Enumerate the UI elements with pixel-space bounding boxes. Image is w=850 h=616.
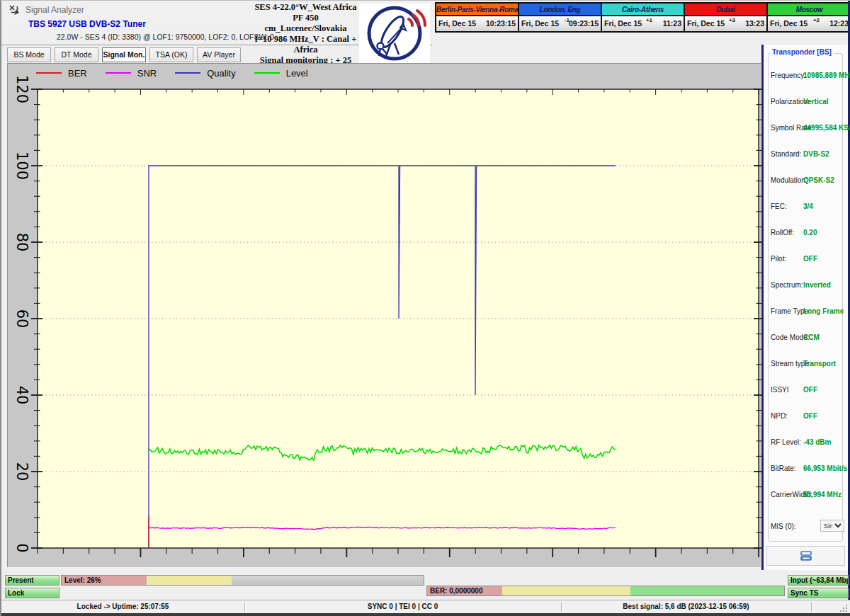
stream-capture-button[interactable] bbox=[766, 546, 845, 566]
bar-segment bbox=[630, 586, 784, 595]
svg-text:20: 20 bbox=[13, 462, 30, 481]
clock-city-label: Cairo-Athens bbox=[602, 4, 684, 16]
legend-line-swatch bbox=[175, 72, 200, 74]
tp-value: DVB-S2 bbox=[803, 150, 829, 158]
tp-value: 66,953 Mbit/s bbox=[803, 464, 847, 472]
tp-label-npd-: NPD: bbox=[771, 412, 788, 420]
resize-grip[interactable] bbox=[840, 605, 847, 612]
tp-label-spectrum-: Spectrum: bbox=[771, 281, 803, 289]
clock-city-label: Moscow bbox=[768, 4, 850, 16]
uptime-status: Locked -> Uptime: 25:07:55 bbox=[1, 603, 244, 610]
tuner-details: 22.0W - SES 4 (ID: 3380) @ LOF1: 9750000… bbox=[57, 33, 274, 41]
svg-text:80: 80 bbox=[13, 233, 30, 252]
note-line: SES 4-22.0°W_West Africa bbox=[251, 2, 361, 13]
clock-date: Fri, Dec 15 bbox=[687, 19, 725, 28]
signal-analyzer-window: Signal Analyzer TBS 5927 USB DVB-S2 Tune… bbox=[0, 0, 850, 616]
tab-dt-mode[interactable]: DT Mode bbox=[55, 47, 98, 62]
legend-line-swatch bbox=[254, 72, 280, 74]
statusbar-divider bbox=[811, 602, 812, 612]
tp-value: 10985,889 MHz bbox=[803, 72, 850, 79]
tp-label-standard-: Standard: bbox=[771, 150, 801, 158]
tp-label-frequency-: Frequency: bbox=[771, 72, 806, 79]
clock-time: 09:23:15 bbox=[569, 19, 599, 28]
tp-value: OFF bbox=[803, 255, 817, 263]
svg-text:0: 0 bbox=[13, 543, 30, 552]
clock-cairo-athens: Cairo-AthensFri, Dec 15+111:23 bbox=[602, 4, 685, 31]
legend-label: Quality bbox=[207, 68, 235, 79]
clock-utc-offset: +3 bbox=[729, 17, 735, 23]
mis-select[interactable]: Single bbox=[820, 520, 844, 532]
tab-av-player[interactable]: AV Player bbox=[197, 47, 241, 62]
world-clocks: Berlin-Paris-Vienna-RomaFri, Dec 1510:23… bbox=[435, 2, 850, 33]
tp-value: OFF bbox=[803, 412, 817, 420]
tp-label-rolloff-: RollOff: bbox=[771, 229, 794, 236]
status-bar: Locked -> Uptime: 25:07:55 SYNC 0 | TEI … bbox=[1, 600, 850, 613]
ber-bar-label: BER: 0,0000000 bbox=[430, 587, 483, 595]
clock-time-row: Fri, Dec 15+111:23 bbox=[602, 16, 684, 31]
tp-label-fec-: FEC: bbox=[771, 203, 787, 210]
clock-date: Fri, Dec 15 bbox=[438, 19, 476, 28]
tp-value: 0.20 bbox=[803, 229, 817, 236]
lock-badge: Lock bbox=[5, 588, 60, 598]
level-bar: Level: 26% bbox=[61, 575, 424, 586]
clock-city-label: Berlin-Paris-Vienna-Roma bbox=[436, 4, 518, 16]
clock-london-eng: London, EngFri, Dec 15-109:23:15 bbox=[519, 4, 602, 31]
signal-chart: 020406080100120 bbox=[8, 64, 761, 568]
app-icon bbox=[8, 4, 20, 16]
level-bar-label: Level: 26% bbox=[64, 576, 101, 584]
tp-label-bitrate-: BitRate: bbox=[771, 464, 796, 472]
svg-text:40: 40 bbox=[13, 386, 30, 405]
clock-time: 13:23 bbox=[745, 19, 764, 28]
transponder-sidebar: Transponder [BS] Frequency:10985,889 MHz… bbox=[764, 45, 848, 570]
transponder-title: Transponder [BS] bbox=[770, 48, 834, 56]
tp-value: CCM bbox=[803, 333, 820, 341]
tp-value: Inverted bbox=[803, 281, 831, 289]
clock-city-label: Dubai bbox=[685, 4, 766, 16]
clock-time: 11:23 bbox=[663, 19, 681, 28]
svg-text:60: 60 bbox=[13, 309, 30, 329]
best-signal-status: Best signal: 5,6 dB (2023-12-15 06:59) bbox=[561, 603, 811, 610]
clock-time-row: Fri, Dec 1510:23:15 bbox=[436, 16, 518, 31]
tab-tsa-ok-[interactable]: TSA (OK) bbox=[149, 47, 193, 62]
mode-tabs: BS ModeDT ModeSignal Mon.TSA (OK)AV Play… bbox=[7, 47, 241, 62]
tp-value: -43 dBm bbox=[803, 438, 831, 446]
mis-label: MIS (0): bbox=[771, 523, 796, 530]
sync-status: SYNC 0 | TEI 0 | CC 0 bbox=[244, 603, 561, 610]
clock-time-row: Fri, Dec 15+212:23 bbox=[768, 16, 850, 31]
legend-label: SNR bbox=[137, 68, 157, 79]
tp-value: 53,994 MHz bbox=[803, 491, 842, 498]
clock-berlin-paris-vienna-roma: Berlin-Paris-Vienna-RomaFri, Dec 1510:23… bbox=[436, 4, 519, 31]
clock-date: Fri, Dec 15 bbox=[770, 19, 808, 28]
tp-label-rf-level-: RF Level: bbox=[771, 438, 801, 446]
tp-value: 3/4 bbox=[803, 203, 813, 210]
tp-label-issyi: ISSYI bbox=[771, 386, 789, 394]
input-badge: Input (~63,84 Mbps) bbox=[788, 575, 849, 586]
window-title: Signal Analyzer bbox=[26, 5, 84, 15]
legend-label: BER bbox=[68, 68, 87, 79]
legend-line-swatch bbox=[106, 72, 131, 74]
ber-bar: BER: 0,0000000 bbox=[426, 586, 785, 596]
clock-dubai: DubaiFri, Dec 15+313:23 bbox=[685, 4, 768, 31]
present-badge: Present bbox=[5, 575, 60, 586]
signal-chart-panel: BERSNRQualityLevel 020406080100120 bbox=[7, 63, 761, 567]
clock-time-row: Fri, Dec 15+313:23 bbox=[685, 16, 766, 31]
legend-item-quality: Quality bbox=[175, 68, 235, 79]
tp-value: OFF bbox=[803, 386, 817, 394]
note-line: f=10 986 MHz_V : Canal + Africa bbox=[251, 34, 361, 55]
tp-value: Transport bbox=[803, 360, 836, 367]
chart-legend: BERSNRQualityLevel bbox=[36, 67, 327, 79]
legend-item-ber: BER bbox=[36, 68, 87, 79]
legend-line-swatch bbox=[36, 72, 62, 74]
clock-time: 12:23 bbox=[829, 19, 849, 28]
clock-time: 10:23:15 bbox=[486, 19, 516, 28]
clock-time-row: Fri, Dec 15-109:23:15 bbox=[519, 16, 601, 31]
note-line: PF 450 cm_Lucenec/Slovakia bbox=[251, 13, 361, 34]
tp-label-pilot-: Pilot: bbox=[771, 255, 786, 263]
bar-segment bbox=[147, 576, 232, 585]
clock-moscow: MoscowFri, Dec 15+212:23 bbox=[768, 4, 850, 31]
svg-text:120: 120 bbox=[13, 75, 30, 103]
tp-value: Vertical bbox=[803, 98, 829, 105]
tab-signal-mon-[interactable]: Signal Mon. bbox=[102, 47, 146, 62]
tab-bs-mode[interactable]: BS Mode bbox=[7, 47, 51, 62]
tp-value: QPSK-S2 bbox=[803, 176, 834, 184]
